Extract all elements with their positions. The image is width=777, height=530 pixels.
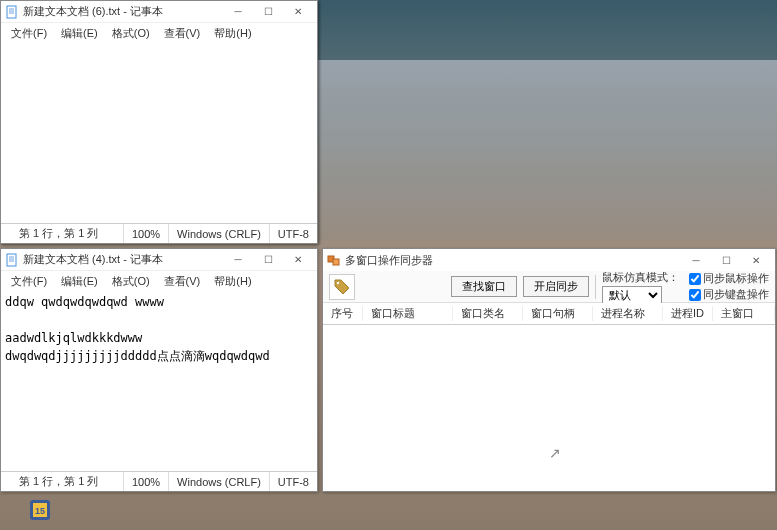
minimize-button[interactable]: ─ bbox=[681, 250, 711, 270]
status-encoding: UTF-8 bbox=[269, 224, 317, 243]
mouse-mode-label: 鼠标仿真模式： bbox=[602, 270, 679, 285]
titlebar[interactable]: 新建文本文档 (6).txt - 记事本 ─ ☐ ✕ bbox=[1, 1, 317, 23]
window-title: 新建文本文档 (4).txt - 记事本 bbox=[23, 252, 223, 267]
notepad-icon bbox=[5, 253, 19, 267]
menu-help[interactable]: 帮助(H) bbox=[208, 25, 257, 42]
menu-format[interactable]: 格式(O) bbox=[106, 25, 156, 42]
titlebar[interactable]: 新建文本文档 (4).txt - 记事本 ─ ☐ ✕ bbox=[1, 249, 317, 271]
col-procname[interactable]: 进程名称 bbox=[593, 306, 663, 321]
notepad-window-4[interactable]: 新建文本文档 (4).txt - 记事本 ─ ☐ ✕ 文件(F) 编辑(E) 格… bbox=[0, 248, 318, 492]
window-controls: ─ ☐ ✕ bbox=[223, 250, 313, 270]
maximize-button[interactable]: ☐ bbox=[711, 250, 741, 270]
minimize-button[interactable]: ─ bbox=[223, 2, 253, 22]
tag-icon[interactable] bbox=[329, 274, 355, 300]
list-body[interactable]: ↗ bbox=[323, 325, 775, 491]
col-main[interactable]: 主窗口 bbox=[713, 306, 775, 321]
notepad-window-6[interactable]: 新建文本文档 (6).txt - 记事本 ─ ☐ ✕ 文件(F) 编辑(E) 格… bbox=[0, 0, 318, 244]
maximize-button[interactable]: ☐ bbox=[253, 2, 283, 22]
menu-format[interactable]: 格式(O) bbox=[106, 273, 156, 290]
menu-view[interactable]: 查看(V) bbox=[158, 273, 207, 290]
divider bbox=[595, 275, 596, 299]
notepad-icon bbox=[5, 5, 19, 19]
taskbar-app-icon[interactable]: 15 bbox=[28, 498, 52, 522]
maximize-button[interactable]: ☐ bbox=[253, 250, 283, 270]
titlebar[interactable]: 多窗口操作同步器 ─ ☐ ✕ bbox=[323, 249, 775, 271]
sync-keyboard-checkbox[interactable]: 同步键盘操作 bbox=[689, 287, 769, 302]
status-zoom: 100% bbox=[123, 224, 168, 243]
menu-view[interactable]: 查看(V) bbox=[158, 25, 207, 42]
text-area[interactable]: ddqw qwdqwdqwdqwd wwww aadwdlkjqlwdkkkdw… bbox=[1, 291, 317, 471]
col-index[interactable]: 序号 bbox=[323, 306, 363, 321]
col-class[interactable]: 窗口类名 bbox=[453, 306, 523, 321]
status-eol: Windows (CRLF) bbox=[168, 224, 269, 243]
status-eol: Windows (CRLF) bbox=[168, 472, 269, 491]
list-header: 序号 窗口标题 窗口类名 窗口句柄 进程名称 进程ID 主窗口 bbox=[323, 303, 775, 325]
close-button[interactable]: ✕ bbox=[283, 250, 313, 270]
multi-window-sync-app[interactable]: 多窗口操作同步器 ─ ☐ ✕ 查找窗口 开启同步 鼠标仿真模式： 默认 同步鼠标… bbox=[322, 248, 776, 492]
find-window-button[interactable]: 查找窗口 bbox=[451, 276, 517, 297]
menubar: 文件(F) 编辑(E) 格式(O) 查看(V) 帮助(H) bbox=[1, 23, 317, 43]
close-button[interactable]: ✕ bbox=[283, 2, 313, 22]
cursor-icon: ↗ bbox=[549, 445, 561, 461]
window-title: 新建文本文档 (6).txt - 记事本 bbox=[23, 4, 223, 19]
close-button[interactable]: ✕ bbox=[741, 250, 771, 270]
status-position: 第 1 行，第 1 列 bbox=[1, 472, 106, 491]
statusbar: 第 1 行，第 1 列 100% Windows (CRLF) UTF-8 bbox=[1, 223, 317, 243]
menu-edit[interactable]: 编辑(E) bbox=[55, 25, 104, 42]
status-position: 第 1 行，第 1 列 bbox=[1, 224, 106, 243]
col-hwnd[interactable]: 窗口句柄 bbox=[523, 306, 593, 321]
menu-file[interactable]: 文件(F) bbox=[5, 273, 53, 290]
svg-point-5 bbox=[337, 281, 339, 283]
app-icon bbox=[327, 253, 341, 267]
start-sync-button[interactable]: 开启同步 bbox=[523, 276, 589, 297]
status-zoom: 100% bbox=[123, 472, 168, 491]
statusbar: 第 1 行，第 1 列 100% Windows (CRLF) UTF-8 bbox=[1, 471, 317, 491]
status-encoding: UTF-8 bbox=[269, 472, 317, 491]
svg-rect-1 bbox=[7, 6, 16, 18]
menubar: 文件(F) 编辑(E) 格式(O) 查看(V) 帮助(H) bbox=[1, 271, 317, 291]
col-title[interactable]: 窗口标题 bbox=[363, 306, 453, 321]
window-controls: ─ ☐ ✕ bbox=[223, 2, 313, 22]
col-pid[interactable]: 进程ID bbox=[663, 306, 713, 321]
menu-edit[interactable]: 编辑(E) bbox=[55, 273, 104, 290]
svg-text:15: 15 bbox=[35, 506, 45, 516]
svg-rect-4 bbox=[333, 259, 339, 265]
menu-file[interactable]: 文件(F) bbox=[5, 25, 53, 42]
window-title: 多窗口操作同步器 bbox=[345, 253, 681, 268]
text-area[interactable] bbox=[1, 43, 317, 223]
mouse-mode-select[interactable]: 默认 bbox=[602, 286, 662, 304]
minimize-button[interactable]: ─ bbox=[223, 250, 253, 270]
toolbar: 查找窗口 开启同步 鼠标仿真模式： 默认 同步鼠标操作 同步键盘操作 bbox=[323, 271, 775, 303]
sync-mouse-checkbox[interactable]: 同步鼠标操作 bbox=[689, 271, 769, 286]
menu-help[interactable]: 帮助(H) bbox=[208, 273, 257, 290]
window-controls: ─ ☐ ✕ bbox=[681, 250, 771, 270]
svg-rect-2 bbox=[7, 254, 16, 266]
